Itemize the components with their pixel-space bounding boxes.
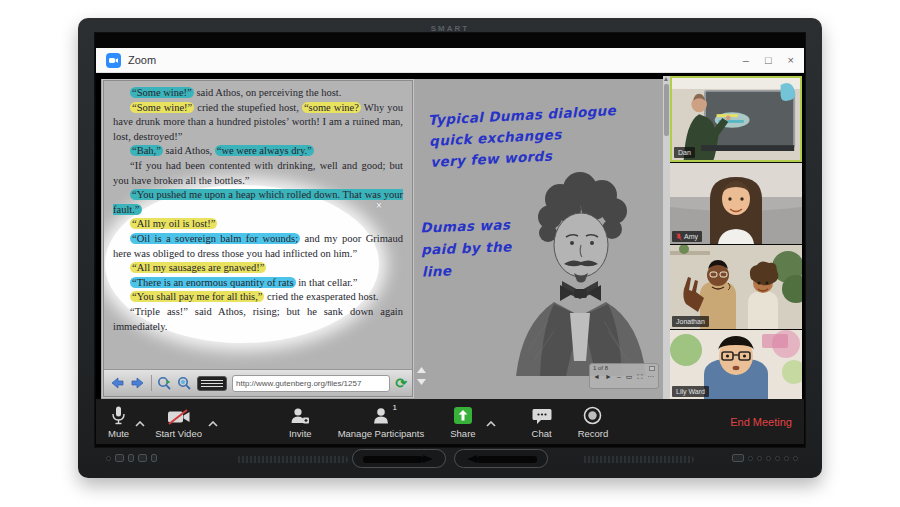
end-meeting-button[interactable]: End Meeting <box>730 416 792 428</box>
maximize-button[interactable]: □ <box>765 55 772 66</box>
page-icon[interactable]: ▭ <box>626 373 633 381</box>
smart-board: SMART Zoom – □ × <box>78 18 822 478</box>
video-scrollbar[interactable] <box>663 76 670 401</box>
doc-paragraph: “Bah,” said Athos, “we were always dry.” <box>113 144 403 159</box>
zoom-window: Zoom – □ × × <box>96 48 804 444</box>
doc-paragraph: “Some wine!” said Athos, on perceiving t… <box>113 86 403 101</box>
stylus-pen[interactable] <box>363 456 423 463</box>
page-nav-thumbnail <box>649 366 655 371</box>
chat-icon <box>532 405 552 425</box>
participant-name-tag: Lily Ward <box>672 386 709 397</box>
browser-toolbar: http://www.gutenberg.org/files/1257 ⟳ <box>104 369 412 396</box>
mic-icon <box>112 405 125 425</box>
stylus-pen[interactable] <box>477 456 537 463</box>
ink-note-paid: Dumas was paid by the line <box>420 213 513 282</box>
participant-name-tag: Jonathan <box>672 316 709 327</box>
page-prev-icon[interactable]: ◄ <box>593 373 600 381</box>
video-strip: Dan <box>663 76 802 401</box>
page-minus-icon[interactable]: – <box>617 373 621 381</box>
invite-icon <box>290 405 310 425</box>
tray-buttons-left[interactable] <box>106 454 157 462</box>
doc-text: “Some wine!” said Athos, on perceiving t… <box>113 86 403 334</box>
participant-video-dan[interactable]: Dan <box>670 76 802 162</box>
chat-button[interactable]: Chat <box>532 405 552 439</box>
pen-slots <box>352 449 548 468</box>
record-icon <box>583 405 602 425</box>
document-viewer: × “Some wine!” said Athos, on perceiving… <box>103 80 413 397</box>
board-screen: Zoom – □ × × <box>94 32 806 448</box>
page-next-icon[interactable]: ► <box>605 373 612 381</box>
manage-participants-button[interactable]: 1 Manage Participants <box>338 405 425 439</box>
share-options-chevron[interactable] <box>486 421 496 427</box>
window-title: Zoom <box>128 54 156 66</box>
scroll-up-icon[interactable] <box>664 77 668 81</box>
tray-buttons-right[interactable] <box>732 454 798 462</box>
dumas-portrait-sketch <box>504 161 656 376</box>
doc-paragraph: “You pushed me upon a heap which rolled … <box>113 188 403 217</box>
doc-paragraph: “You shall pay me for all this,” cried t… <box>113 290 403 305</box>
video-options-chevron[interactable] <box>208 421 218 427</box>
url-field[interactable]: http://www.gutenberg.org/files/1257 <box>232 375 390 392</box>
zoom-out-button[interactable] <box>177 376 192 391</box>
pen-slot-left[interactable] <box>352 449 446 468</box>
participant-count-badge: 1 <box>392 403 396 412</box>
window-titlebar: Zoom – □ × <box>96 48 804 73</box>
keyboard-button[interactable] <box>197 376 227 391</box>
refresh-icon[interactable]: ⟳ <box>395 376 407 390</box>
screenshot-stage: SMART Zoom – □ × <box>0 0 900 507</box>
forward-button[interactable] <box>130 376 146 390</box>
toolbar-divider <box>151 375 152 391</box>
shared-screen: × “Some wine!” said Athos, on perceiving… <box>101 79 663 399</box>
mute-button[interactable]: Mute <box>108 405 129 439</box>
participant-video-lily[interactable]: Lily Ward <box>670 330 802 399</box>
doc-paragraph: “If you had been contented with drinking… <box>113 159 403 188</box>
participants-icon: 1 <box>372 405 390 425</box>
video-off-icon <box>167 405 191 425</box>
meeting-content: × “Some wine!” said Athos, on perceiving… <box>96 73 804 444</box>
speaker-grille-right <box>582 456 694 463</box>
scroll-updown-handle[interactable] <box>416 367 427 385</box>
share-screen-icon <box>453 405 473 425</box>
zoom-in-button[interactable] <box>157 376 172 391</box>
muted-mic-icon <box>676 233 682 241</box>
record-button[interactable]: Record <box>578 405 609 439</box>
doc-paragraph: “All my oil is lost!” <box>113 217 403 232</box>
speaker-grille-left <box>236 456 348 463</box>
doc-paragraph: “There is an enormous quantity of rats i… <box>113 276 403 291</box>
share-button[interactable]: Share <box>450 405 475 439</box>
document-page: × “Some wine!” said Athos, on perceiving… <box>104 81 412 369</box>
page-nav-label: 1 of 8 <box>593 365 608 371</box>
meeting-toolbar: Mute Start Video <box>96 399 804 444</box>
invite-button[interactable]: Invite <box>289 405 312 439</box>
fullscreen-icon[interactable]: ⛶ <box>637 373 642 381</box>
zoom-logo-icon <box>106 53 121 68</box>
participant-video-amy[interactable]: Amy <box>670 163 802 244</box>
pen-tray <box>88 448 812 472</box>
pen-slot-right[interactable] <box>454 449 548 468</box>
doc-paragraph: “Some wine!” cried the stupefied host, “… <box>113 101 403 145</box>
start-video-button[interactable]: Start Video <box>155 405 202 439</box>
mute-options-chevron[interactable] <box>135 421 145 427</box>
doc-paragraph: “All my sausages are gnawed!” <box>113 261 403 276</box>
page-nav-toolbar: 1 of 8 ◄ ► – ▭ ⛶ ⋯ <box>589 363 659 389</box>
more-icon[interactable]: ⋯ <box>647 373 654 381</box>
participant-name-tag: Dan <box>674 147 695 158</box>
doc-paragraph: “Triple ass!” said Athos, rising; but he… <box>113 305 403 334</box>
scroll-thumb[interactable] <box>664 84 669 136</box>
participant-name-tag: Amy <box>672 231 702 242</box>
participant-video-jonathan[interactable]: Jonathan <box>670 245 802 329</box>
close-button[interactable]: × <box>788 55 794 66</box>
back-button[interactable] <box>109 376 125 390</box>
doc-paragraph: “Oil is a sovereign balm for wounds; and… <box>113 232 403 261</box>
minimize-button[interactable]: – <box>743 55 749 66</box>
